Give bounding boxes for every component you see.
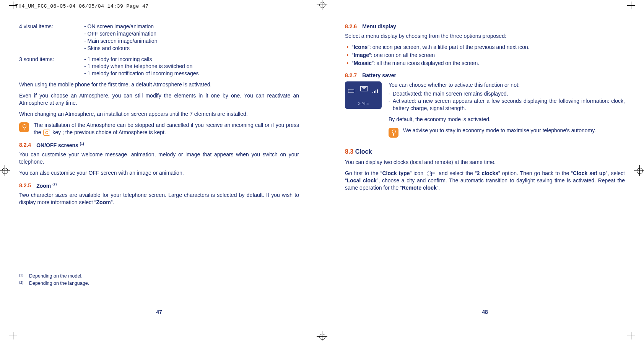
list-item: Activated: a new screen appears after a …: [393, 97, 625, 112]
list-item: - ON screen image/animation: [84, 23, 299, 30]
list-item: - Skins and colours: [84, 45, 299, 52]
body-text: By default, the economy mode is activate…: [389, 116, 625, 123]
crop-mark: [627, 2, 635, 9]
heading-825: 8.2.5Zoom (2): [19, 182, 299, 190]
body-text: Two character sizes are available for yo…: [19, 192, 299, 206]
page-number: 47: [156, 309, 162, 316]
page-right: 8.2.6Menu display Select a menu display …: [345, 23, 625, 295]
body-text: You can display two clocks (local and re…: [345, 159, 625, 166]
list-item: Deactivated: the main screen remains dis…: [393, 90, 508, 97]
visual-items: 4 visual items: - ON screen image/animat…: [19, 23, 299, 52]
phone-screenshot-icon: X-Plrm: [345, 81, 382, 109]
registration-mark-icon: [1, 167, 8, 174]
crop-mark: [627, 332, 635, 339]
heading-827: 8.2.7Battery saver: [345, 72, 625, 79]
heading-826: 8.2.6Menu display: [345, 23, 625, 30]
bulb-icon: [19, 122, 29, 132]
crop-mark: [9, 332, 17, 339]
crop-slug: TH4_UM_FCC_06-05-04 06/05/04 14:39 Page …: [15, 3, 149, 10]
list-item: - Main screen image/animation: [84, 37, 299, 45]
body-text: You can also customise your OFF screen w…: [19, 169, 299, 177]
battery-saver-block: X-Plrm You can choose whether to activat…: [345, 81, 625, 140]
menu-display-options: “Icons”: one icon per screen, with a lit…: [345, 44, 625, 67]
body-text: You can choose whether to activate this …: [389, 81, 625, 89]
sound-items-label: 3 sound items:: [19, 56, 84, 78]
bulb-icon: [389, 128, 398, 138]
list-item: - 1 melody when the telephone is switche…: [84, 63, 299, 70]
registration-mark-icon: [636, 167, 643, 174]
heading-824: 8.2.4ON/OFF screens (1): [19, 141, 299, 149]
body-text: Select a menu display by choosing from t…: [345, 32, 625, 40]
body-text: Even if you choose an Atmosphere, you ca…: [19, 92, 299, 107]
visual-items-label: 4 visual items:: [19, 23, 84, 52]
footnote-text: Depending on the language.: [29, 280, 89, 287]
list-item: “Mosaic”: all the menu icons displayed o…: [345, 60, 625, 67]
list-item: - OFF screen image/animation: [84, 30, 299, 37]
body-text: Go first to the “Clock type” icon and se…: [345, 170, 625, 192]
heading-83: 8.3 Clock: [345, 148, 625, 156]
footnote-text: Depending on the model.: [29, 273, 83, 279]
sound-items: 3 sound items: - 1 melody for incoming c…: [19, 56, 299, 78]
page-left: 4 visual items: - ON screen image/animat…: [19, 23, 299, 295]
tip-callout: The installation of the Atmosphere can b…: [19, 122, 299, 136]
footnotes: (1)Depending on the model. (2)Depending …: [19, 273, 89, 287]
page-number: 48: [482, 309, 488, 316]
list-item: - 1 melody for incoming calls: [84, 56, 299, 63]
dash-list: Deactivated: the main screen remains dis…: [389, 90, 625, 112]
tip-callout: We advise you to stay in economy mode to…: [389, 127, 625, 137]
list-item: “Icons”: one icon per screen, with a lit…: [345, 44, 625, 51]
tip-text: The installation of the Atmosphere can b…: [34, 122, 299, 136]
clock-calendar-icon: [427, 171, 435, 176]
registration-mark-icon: [318, 333, 326, 340]
registration-mark-icon: [318, 1, 326, 8]
body-text: You can customise your welcome message, …: [19, 151, 299, 166]
phone-thumb-label: X-Plrm: [345, 101, 382, 106]
body-text: When changing an Atmosphere, an installa…: [19, 110, 299, 118]
list-item: “Image”: one icon on all the screen: [345, 52, 625, 59]
keycap-c-icon: C: [43, 130, 50, 136]
body-text: When using the mobile phone for the firs…: [19, 81, 299, 88]
tip-text: We advise you to stay in economy mode to…: [403, 127, 625, 134]
list-item: - 1 melody for notification of incoming …: [84, 70, 299, 77]
